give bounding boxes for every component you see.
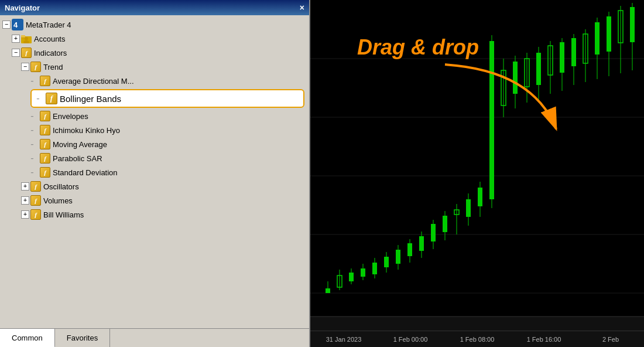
time-label-0: 31 Jan 2023 [310, 336, 377, 343]
svg-rect-27 [396, 250, 400, 264]
bill-williams-label: Bill Williams [43, 210, 84, 219]
expand-icon-trend[interactable]: − [21, 63, 29, 71]
parabolic-label: Parabolic SAR [53, 154, 102, 163]
tree-item-ama[interactable]: ····· f Average Directional M... [0, 74, 309, 88]
svg-rect-29 [407, 243, 412, 256]
expand-icon-bill-williams[interactable]: + [21, 210, 29, 219]
volumes-func-icon: f [30, 195, 41, 206]
expand-icon-volumes[interactable]: + [21, 196, 29, 205]
tree-item-metatrader[interactable]: − 4 MetaTrader 4 [0, 18, 309, 32]
expand-icon-mt4[interactable]: − [2, 21, 11, 29]
navigator-content: − 4 MetaTrader 4 + Account [0, 15, 309, 328]
envelopes-label: Envelopes [53, 112, 88, 121]
tab-favorites[interactable]: Favorites [55, 329, 110, 347]
dot-connector-moving-avg: ····· [30, 141, 39, 148]
metatrader-label: MetaTrader 4 [26, 21, 71, 29]
chart-panel: Drag & drop [310, 0, 644, 347]
svg-rect-61 [595, 22, 600, 55]
dot-connector-ichimoku: ····· [30, 127, 39, 134]
svg-rect-23 [372, 263, 377, 274]
bollinger-func-icon: f [46, 93, 57, 104]
std-dev-func-icon: f [40, 167, 50, 178]
oscillators-func-icon: f [30, 181, 41, 192]
ichimoku-label: Ichimoku Kinko Hyo [53, 126, 120, 135]
mt4-icon: 4 [12, 19, 23, 30]
dot-connector-ama: ····· [30, 78, 39, 84]
accounts-label: Accounts [34, 35, 65, 43]
svg-rect-63 [607, 16, 611, 52]
svg-rect-39 [466, 199, 471, 217]
tree-item-bill-williams[interactable]: + f Bill Williams [0, 207, 309, 222]
svg-rect-19 [349, 273, 354, 281]
navigator-panel: Navigator × − 4 MetaTrader 4 + [0, 0, 310, 347]
envelopes-func-icon: f [40, 111, 50, 121]
navigator-tabs: Common Favorites [0, 328, 309, 347]
tree-item-parabolic[interactable]: ····· f Parabolic SAR [0, 151, 309, 165]
svg-rect-67 [630, 7, 635, 42]
volumes-label: Volumes [43, 196, 73, 205]
dot-connector-parabolic: ····· [30, 155, 39, 162]
tree-item-oscillators[interactable]: + f Oscillators [0, 179, 309, 193]
svg-point-5 [25, 37, 28, 40]
close-button[interactable]: × [300, 4, 304, 12]
tree-item-accounts[interactable]: + Accounts [0, 32, 309, 46]
tab-common[interactable]: Common [0, 329, 55, 347]
oscillators-label: Oscillators [43, 182, 79, 191]
svg-rect-41 [478, 188, 482, 206]
tree-item-bollinger[interactable]: ····· f Bollinger Bands [30, 89, 304, 108]
dot-connector-envelopes: ····· [30, 113, 39, 120]
tree-item-std-dev[interactable]: ····· f Standard Deviation [0, 165, 309, 179]
time-label-3: 1 Feb 16:00 [511, 336, 577, 343]
tree-item-volumes[interactable]: + f Volumes [0, 193, 309, 207]
time-label-1: 1 Feb 00:00 [377, 336, 444, 343]
time-label-4: 2 Feb [577, 336, 644, 343]
svg-rect-31 [419, 236, 424, 251]
navigator-title-bar: Navigator × [0, 0, 309, 15]
svg-rect-4 [21, 35, 25, 38]
navigator-title: Navigator [5, 4, 40, 12]
tree-item-trend[interactable]: − f Trend [0, 60, 309, 74]
tree-item-envelopes[interactable]: ····· f Envelopes [0, 109, 309, 123]
std-dev-label: Standard Deviation [53, 168, 118, 177]
expand-icon-accounts[interactable]: + [12, 35, 20, 43]
indicators-func-icon: f [21, 47, 32, 58]
svg-rect-33 [431, 224, 436, 241]
svg-text:4: 4 [13, 21, 18, 29]
dot-connector-bollinger: ····· [36, 96, 44, 102]
bollinger-label: Bollinger Bands [60, 94, 121, 104]
tree-item-ichimoku[interactable]: ····· f Ichimoku Kinko Hyo [0, 123, 309, 137]
svg-rect-15 [326, 288, 330, 293]
trend-func-icon: f [30, 62, 41, 72]
trend-label: Trend [43, 63, 63, 72]
ichimoku-func-icon: f [40, 125, 50, 135]
bill-williams-func-icon: f [30, 209, 41, 220]
time-axis: 31 Jan 2023 1 Feb 00:00 1 Feb 08:00 1 Fe… [310, 331, 644, 347]
expand-icon-indicators[interactable]: − [12, 49, 20, 57]
time-label-2: 1 Feb 08:00 [444, 336, 511, 343]
svg-rect-21 [361, 268, 365, 277]
parabolic-func-icon: f [40, 153, 50, 164]
moving-avg-label: Moving Average [53, 140, 107, 149]
drag-drop-arrow [427, 53, 574, 141]
svg-rect-68 [310, 317, 644, 331]
ama-func-icon: f [40, 76, 50, 86]
tree-item-moving-avg[interactable]: ····· f Moving Average [0, 137, 309, 151]
ama-label: Average Directional M... [53, 77, 134, 86]
indicators-label: Indicators [34, 49, 67, 57]
tree-item-indicators[interactable]: − f Indicators [0, 46, 309, 60]
svg-rect-25 [384, 257, 389, 267]
moving-avg-func-icon: f [40, 139, 50, 149]
dot-connector-std-dev: ····· [30, 169, 39, 176]
accounts-icon [21, 34, 32, 43]
expand-icon-oscillators[interactable]: + [21, 182, 29, 190]
svg-rect-35 [443, 216, 447, 232]
